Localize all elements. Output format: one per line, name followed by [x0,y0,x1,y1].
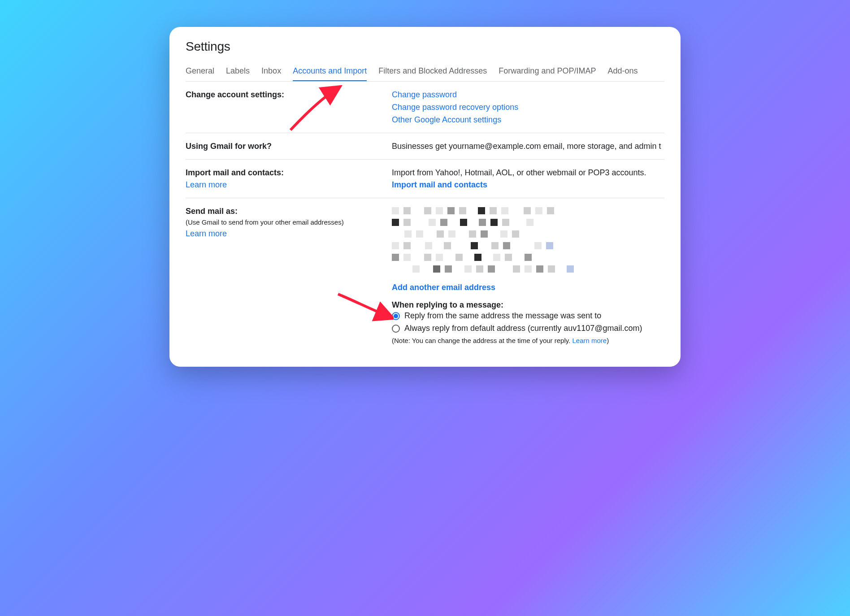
import-title: Import mail and contacts: [186,167,383,179]
redacted-addresses [392,207,664,273]
section-send-mail-as: Send mail as: (Use Gmail to send from yo… [186,198,664,351]
change-account-title: Change account settings: [186,89,383,101]
import-learn-more[interactable]: Learn more [186,179,383,191]
radio-label: Reply from the same address the message … [404,310,601,322]
tab-accounts-and-import[interactable]: Accounts and Import [293,63,367,82]
section-import: Import mail and contacts: Learn more Imp… [186,160,664,199]
link-change-password[interactable]: Change password [392,89,664,101]
radio-icon [392,312,400,320]
radio-reply-same-address[interactable]: Reply from the same address the message … [392,310,664,322]
import-action-link[interactable]: Import mail and contacts [392,179,664,191]
section-change-account: Change account settings: Change password… [186,82,664,133]
tab-addons[interactable]: Add-ons [607,63,638,82]
send-as-learn-more[interactable]: Learn more [186,228,383,240]
import-body: Import from Yahoo!, Hotmail, AOL, or oth… [392,167,664,179]
tab-inbox[interactable]: Inbox [261,63,281,82]
reply-note: (Note: You can change the address at the… [392,337,664,344]
tab-filters-blocked[interactable]: Filters and Blocked Addresses [378,63,487,82]
section-gmail-work: Using Gmail for work? Businesses get you… [186,133,664,160]
link-change-recovery[interactable]: Change password recovery options [392,101,664,114]
radio-reply-default-address[interactable]: Always reply from default address (curre… [392,322,664,335]
gmail-work-title: Using Gmail for work? [186,140,383,152]
settings-card: Settings General Labels Inbox Accounts a… [169,27,681,367]
link-other-account-settings[interactable]: Other Google Account settings [392,114,664,126]
radio-icon [392,325,400,333]
radio-label: Always reply from default address (curre… [404,322,642,335]
gmail-work-body: Businesses get yourname@example.com emai… [392,140,664,153]
send-as-title: Send mail as: [186,205,383,217]
note-learn-more-link[interactable]: Learn more [572,337,607,344]
tab-general[interactable]: General [186,63,214,82]
add-another-email-link[interactable]: Add another email address [392,282,664,294]
send-as-sub: (Use Gmail to send from your other email… [186,217,383,228]
page-title: Settings [186,39,664,54]
settings-tabs: General Labels Inbox Accounts and Import… [186,63,664,82]
tab-forwarding[interactable]: Forwarding and POP/IMAP [499,63,596,82]
reply-heading: When replying to a message: [392,300,664,310]
tab-labels[interactable]: Labels [226,63,250,82]
